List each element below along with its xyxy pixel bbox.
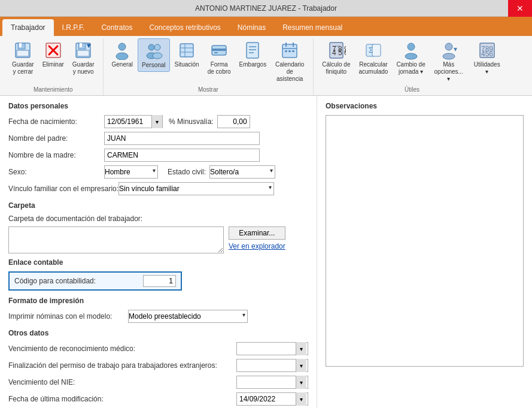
situacion-icon: [177, 41, 196, 60]
finalizacion-permiso-row: Finalización del permiso de trabajo para…: [8, 359, 308, 372]
minusvalia-input[interactable]: [217, 115, 250, 128]
carpeta-doc-label: Carpeta de documentación del trabajador:: [8, 214, 142, 223]
forma-cobro-button[interactable]: Formade cobro: [204, 38, 235, 78]
enlace-section: Enlace contable Código para contabilidad…: [8, 258, 308, 291]
vencimiento-nie-input[interactable]: [237, 377, 296, 388]
tab-nominas[interactable]: Nóminas: [229, 19, 274, 36]
cambio-jornada-icon: [402, 41, 421, 60]
sexo-select-wrapper[interactable]: Hombre Mujer: [104, 165, 158, 179]
fecha-ultima-modif-input[interactable]: [237, 394, 296, 404]
nombre-madre-input[interactable]: [104, 149, 260, 162]
codigo-contabilidad-input[interactable]: [143, 275, 176, 287]
svg-rect-33: [285, 50, 287, 52]
carpeta-title: Carpeta: [8, 201, 308, 210]
vencimiento-reconocimiento-input[interactable]: [237, 343, 296, 354]
cambio-jornada-label: Cambio dejornada ▾: [396, 61, 425, 75]
vencimiento-reconocimiento-label: Vencimiento de reconocimiento médico:: [8, 344, 236, 353]
sexo-label: Sexo:: [8, 168, 104, 176]
sexo-select[interactable]: Hombre Mujer: [104, 165, 158, 179]
mantenimiento-buttons: Guardary cerrar Eliminar: [8, 38, 98, 85]
tab-contratos[interactable]: Contratos: [93, 19, 141, 36]
formato-title: Formato de impresión: [8, 297, 308, 305]
title-bar: ANTONIO MARTINEZ JUAREZ - Trabajador ✕: [0, 0, 532, 17]
svg-rect-23: [212, 49, 226, 51]
recalcular-label: Recalcularacumulado: [358, 61, 388, 75]
vinculo-label: Vínculo familiar con el empresario:: [8, 185, 118, 193]
eliminar-button[interactable]: Eliminar: [39, 38, 68, 71]
nombre-padre-row: Nombre del padre:: [8, 132, 308, 145]
cambio-jornada-button[interactable]: Cambio dejornada ▾: [393, 38, 428, 78]
svg-rect-18: [180, 44, 193, 57]
svg-rect-34: [288, 50, 291, 52]
tab-resumen[interactable]: Resumen mensual: [274, 19, 351, 36]
calculo-finiquito-button[interactable]: 7 8 9 4 5 6 Cálculo definiquito: [318, 38, 354, 78]
svg-rect-10: [77, 50, 89, 56]
codigo-contabilidad-label: Código para contabilidad:: [14, 277, 143, 285]
vencimiento-nie-wrapper[interactable]: ▾: [236, 376, 308, 389]
vinculo-select[interactable]: Sin vínculo familiar Cónyuge Hijo/a Otro: [118, 182, 274, 195]
tab-trabajador[interactable]: Trabajador: [2, 19, 54, 36]
observaciones-scroll[interactable]: [326, 115, 524, 367]
mas-opciones-button[interactable]: ▾ Másopciones... ▾: [430, 38, 467, 85]
calendario-button[interactable]: Calendariode asistencia: [271, 38, 308, 85]
mostrar-buttons: General Personal: [108, 38, 309, 85]
guardar-nuevo-button[interactable]: ▾ Guardary nuevo: [69, 38, 98, 78]
utilidades-icon: 789 456: [478, 41, 497, 60]
embargos-button[interactable]: Embargos: [236, 38, 270, 71]
finalizacion-permiso-input[interactable]: [237, 360, 296, 371]
formato-row: Imprimir nóminas con el modelo: Modelo p…: [8, 310, 308, 323]
imprimir-nominas-select[interactable]: Modelo preestablecido Modelo personaliza…: [128, 310, 248, 323]
vencimiento-reconocimiento-wrapper[interactable]: ▾: [236, 342, 308, 355]
guardar-nuevo-label: Guardary nuevo: [72, 61, 95, 75]
finalizacion-permiso-wrapper[interactable]: ▾: [236, 359, 308, 372]
fecha-nacimiento-row: Fecha de nacimiento: ▾ % Minusvalía:: [8, 115, 308, 128]
fecha-ultima-modif-row: Fecha de última modificación: ▾: [8, 392, 308, 406]
forma-cobro-icon: [209, 41, 229, 60]
datos-personales-title: Datos personales: [8, 102, 308, 110]
situacion-button[interactable]: Situación: [171, 38, 203, 71]
utiles-label: Útiles: [405, 85, 419, 93]
recalcular-button[interactable]: Σ Recalcularacumulado: [355, 38, 391, 78]
estado-civil-select[interactable]: Soltero/a Casado/a Divorciado/a Viudo/a: [209, 165, 275, 179]
personal-button[interactable]: Personal: [138, 38, 169, 72]
guardar-cerrar-button[interactable]: Guardary cerrar: [8, 38, 38, 78]
observaciones-textarea[interactable]: [326, 116, 515, 355]
general-button[interactable]: General: [108, 38, 137, 71]
mostrar-label: Mostrar: [198, 85, 218, 93]
fecha-nacimiento-calendar-btn[interactable]: ▾: [151, 115, 162, 128]
nombre-padre-input[interactable]: [104, 132, 260, 145]
eliminar-icon: [44, 41, 63, 60]
right-panel: Observaciones: [317, 96, 532, 408]
close-button[interactable]: ✕: [508, 0, 532, 17]
vencimiento-nie-row: Vencimiento del NIE: ▾: [8, 376, 308, 389]
vinculo-select-wrapper[interactable]: Sin vínculo familiar Cónyuge Hijo/a Otro: [118, 182, 274, 195]
svg-point-12: [118, 43, 126, 50]
fecha-nacimiento-input-wrapper[interactable]: ▾: [104, 115, 163, 128]
eliminar-label: Eliminar: [42, 61, 64, 68]
vinculo-row: Vínculo familiar con el empresario: Sin …: [8, 182, 308, 195]
tab-bar: Trabajador I.R.P.F. Contratos Conceptos …: [0, 17, 532, 36]
estado-civil-select-wrapper[interactable]: Soltero/a Casado/a Divorciado/a Viudo/a: [209, 165, 275, 179]
observaciones-title: Observaciones: [326, 102, 524, 110]
formato-section: Formato de impresión Imprimir nóminas co…: [8, 297, 308, 323]
fecha-ultima-modif-label: Fecha de última modificación:: [8, 395, 236, 403]
fecha-ultima-modif-wrapper[interactable]: ▾: [236, 392, 308, 406]
svg-point-16: [154, 44, 160, 50]
embargos-icon: [243, 41, 262, 60]
utilidades-button[interactable]: 789 456 Utilidades ▾: [469, 38, 506, 78]
tab-conceptos[interactable]: Conceptos retributivos: [141, 19, 229, 36]
personal-icon: [144, 41, 163, 61]
vencimiento-reconocimiento-cal-btn[interactable]: ▾: [296, 342, 306, 355]
finalizacion-permiso-cal-btn[interactable]: ▾: [296, 359, 306, 372]
main-content: Datos personales Fecha de nacimiento: ▾ …: [0, 96, 532, 408]
fecha-nacimiento-input[interactable]: [105, 115, 151, 128]
imprimir-nominas-select-wrapper[interactable]: Modelo preestablecido Modelo personaliza…: [128, 310, 248, 323]
fecha-ultima-modif-cal-btn[interactable]: ▾: [296, 392, 306, 406]
vencimiento-nie-cal-btn[interactable]: ▾: [296, 376, 306, 389]
examinar-button[interactable]: Examinar...: [229, 226, 285, 240]
ver-explorador-link[interactable]: Ver en explorador: [229, 242, 285, 250]
tab-irpf[interactable]: I.R.P.F.: [54, 19, 93, 36]
ribbon-group-utiles: 7 8 9 4 5 6 Cálculo definiquito Σ Recalc…: [314, 38, 510, 95]
guardar-cerrar-icon: [13, 41, 32, 60]
carpeta-input[interactable]: [8, 226, 224, 253]
